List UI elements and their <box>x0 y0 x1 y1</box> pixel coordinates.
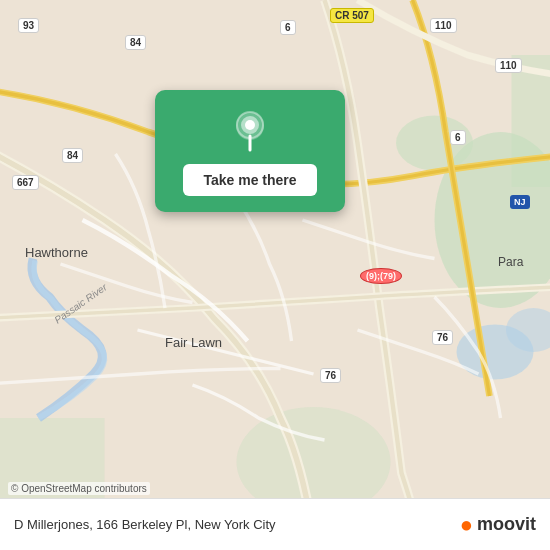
road-badge-6-top: 6 <box>280 20 296 35</box>
take-me-button[interactable]: Take me there <box>183 164 316 196</box>
map-container: Hawthorne Fair Lawn Para Passaic River 9… <box>0 0 550 550</box>
road-badge-76-right: 76 <box>432 330 453 345</box>
place-label-para: Para <box>498 255 523 269</box>
road-badge-nj: NJ <box>510 195 530 209</box>
road-badge-667: 667 <box>12 175 39 190</box>
road-badge-76-center: 76 <box>320 368 341 383</box>
bottom-bar: D Millerjones, 166 Berkeley Pl, New York… <box>0 498 550 550</box>
road-badge-110-top: 110 <box>430 18 457 33</box>
road-badge-6-right: 6 <box>450 130 466 145</box>
place-label-hawthorne: Hawthorne <box>25 245 88 260</box>
map-copyright: © OpenStreetMap contributors <box>8 482 150 495</box>
address-text: D Millerjones, 166 Berkeley Pl, New York… <box>14 517 276 532</box>
moovit-dot-icon: ● <box>460 512 473 538</box>
action-card: Take me there <box>155 90 345 212</box>
road-badge-110-right: 110 <box>495 58 522 73</box>
location-pin-icon <box>228 108 272 152</box>
road-badge-84-top: 84 <box>125 35 146 50</box>
moovit-brand-text: moovit <box>477 514 536 535</box>
road-badge-cr507: CR 507 <box>330 8 374 23</box>
road-badge-84-left: 84 <box>62 148 83 163</box>
map-background <box>0 0 550 550</box>
svg-point-10 <box>245 120 255 130</box>
moovit-logo: ● moovit <box>460 512 536 538</box>
road-badge-9-79: (9);(79) <box>360 268 402 284</box>
place-label-fairlawn: Fair Lawn <box>165 335 222 350</box>
road-badge-93: 93 <box>18 18 39 33</box>
